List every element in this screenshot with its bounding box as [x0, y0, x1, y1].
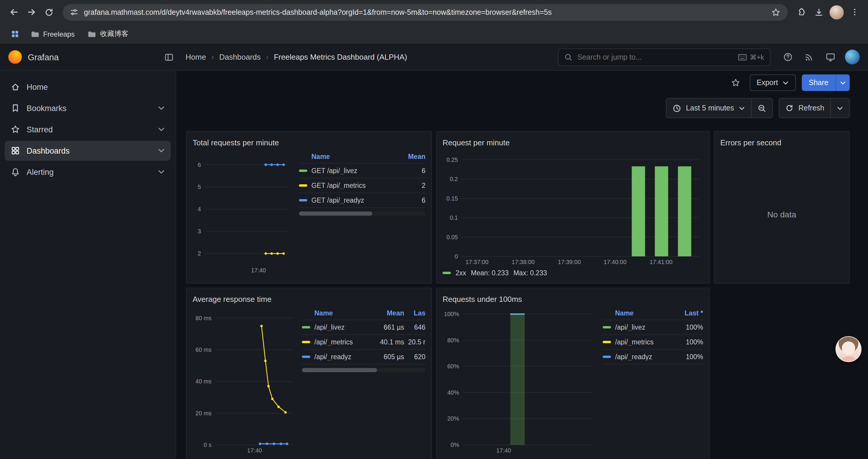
back-button[interactable] — [5, 3, 23, 21]
legend-row[interactable]: /api/_metrics 40.1 ms 20.5 r — [302, 335, 426, 350]
legend-header-name[interactable]: Name — [314, 309, 371, 316]
legend-header: Name Last * — [603, 306, 703, 320]
chevron-down-icon[interactable] — [158, 148, 165, 153]
legend-row[interactable]: /api/_readyz 605 µs 620 — [302, 350, 426, 364]
scrollbar-thumb[interactable] — [302, 368, 377, 372]
panel-row-2: Average response time 0 s20 ms40 ms60 ms… — [186, 288, 850, 459]
extensions-button[interactable] — [793, 3, 810, 21]
legend-scrollbar[interactable] — [299, 211, 426, 216]
bookmark-blog[interactable]: 收藏博客 — [83, 27, 133, 41]
chevron-down-icon[interactable] — [158, 106, 165, 110]
sidebar-item-label: Dashboards — [27, 146, 70, 155]
series-name[interactable]: /api/_livez — [314, 324, 371, 331]
series-name[interactable]: /api/_livez — [615, 324, 677, 331]
total-requests-chart[interactable]: 6543217:40 — [193, 150, 293, 275]
chevron-down-icon[interactable] — [158, 169, 165, 174]
series-color-dash — [299, 199, 307, 201]
share-button[interactable]: Share — [802, 74, 836, 91]
folder-icon — [88, 30, 97, 38]
legend-header-last[interactable]: Las — [404, 309, 426, 316]
series-name[interactable]: GET /api/_livez — [311, 167, 399, 174]
series-name[interactable]: /api/_metrics — [314, 338, 371, 346]
apps-shortcut-button[interactable] — [7, 26, 23, 42]
search-input[interactable] — [577, 53, 733, 61]
series-name[interactable]: /api/_readyz — [314, 353, 371, 360]
refresh-button[interactable]: Refresh — [779, 99, 830, 118]
svg-text:17:40: 17:40 — [247, 447, 262, 454]
page-actions: Export Share — [186, 71, 850, 95]
avg-response-time-chart[interactable]: 0 s20 ms40 ms60 ms80 ms17:40 — [193, 306, 296, 455]
chevron-down-icon[interactable] — [158, 127, 165, 132]
search-box[interactable]: ⌘+k — [558, 48, 771, 66]
panel-header[interactable]: Request per minute — [442, 135, 703, 150]
export-button[interactable]: Export — [749, 74, 796, 91]
browser-profile-button[interactable] — [828, 3, 845, 21]
display-button[interactable] — [821, 48, 839, 66]
news-button[interactable] — [800, 48, 818, 66]
time-range-button[interactable]: Last 5 minutes — [666, 99, 751, 118]
user-avatar[interactable] — [845, 50, 860, 64]
help-button[interactable] — [779, 48, 797, 66]
assistant-avatar[interactable] — [836, 336, 862, 362]
series-color-dash — [302, 356, 310, 358]
sidebar-item-bookmarks[interactable]: Bookmarks — [5, 98, 171, 118]
breadcrumb-home[interactable]: Home — [186, 53, 206, 61]
legend-scrollbar[interactable] — [302, 368, 426, 372]
series-name[interactable]: 2xx — [456, 269, 466, 276]
legend-row[interactable]: /api/_metrics 100% — [603, 335, 703, 350]
rss-icon — [804, 52, 814, 62]
breadcrumb-dashboards[interactable]: Dashboards — [219, 53, 260, 61]
sidebar-item-alerting[interactable]: Alerting — [5, 162, 171, 182]
reload-button[interactable] — [40, 3, 58, 21]
legend-header-mean[interactable]: Mean — [399, 153, 426, 160]
scrollbar-thumb[interactable] — [299, 211, 372, 216]
legend-row[interactable]: /api/_livez 100% — [603, 320, 703, 335]
panel-header[interactable]: Errors per second — [720, 135, 843, 150]
svg-text:100%: 100% — [444, 311, 459, 317]
sidebar-item-home[interactable]: Home — [5, 77, 171, 97]
svg-text:0.2: 0.2 — [450, 176, 458, 182]
series-name[interactable]: GET /api/_readyz — [311, 197, 399, 204]
series-name[interactable]: /api/_readyz — [615, 353, 677, 360]
zoom-out-button[interactable] — [751, 99, 772, 118]
download-button[interactable] — [810, 3, 828, 21]
forward-button[interactable] — [23, 3, 40, 21]
bookmark-star-icon[interactable] — [771, 7, 780, 17]
legend-header-name[interactable]: Name — [311, 153, 399, 160]
refresh-interval-button[interactable] — [830, 99, 849, 118]
legend-row[interactable]: /api/_readyz 100% — [603, 350, 703, 364]
sidebar-item-dashboards[interactable]: Dashboards — [5, 140, 171, 161]
series-last: 100% — [677, 338, 703, 346]
share-menu-button[interactable] — [836, 74, 850, 91]
svg-text:60 ms: 60 ms — [195, 347, 212, 353]
legend-header-name[interactable]: Name — [615, 309, 677, 316]
monitor-icon — [825, 52, 835, 62]
panel-header[interactable]: Total requests per minute — [193, 135, 426, 150]
bookmark-freeleaps[interactable]: Freeleaps — [26, 28, 80, 40]
legend-header-mean[interactable]: Mean — [371, 309, 404, 316]
svg-text:20 ms: 20 ms — [195, 410, 212, 417]
url-bar[interactable]: grafana.mathmast.com/d/deytv4rwavabkb/fr… — [63, 4, 788, 21]
legend-row[interactable]: GET /api/_readyz 6 — [299, 193, 426, 208]
star-icon — [731, 78, 740, 88]
sidebar-toggle-button[interactable] — [161, 49, 177, 65]
sidebar-item-starred[interactable]: Starred — [5, 119, 171, 139]
panel-header[interactable]: Requests under 100ms — [442, 292, 703, 306]
app-body: Home Bookmarks Starred Dashboards Alerti… — [0, 71, 868, 459]
series-mean: 6 — [399, 197, 426, 204]
legend-header-last[interactable]: Last * — [677, 309, 703, 316]
svg-text:6: 6 — [198, 162, 201, 168]
browser-menu-button[interactable] — [845, 3, 863, 21]
panel-requests-under-100ms: Requests under 100ms 0%20%40%60%80%100%1… — [436, 288, 710, 459]
favorite-dashboard-button[interactable] — [727, 74, 744, 91]
series-name[interactable]: GET /api/_metrics — [311, 182, 399, 189]
svg-text:0.15: 0.15 — [446, 195, 458, 202]
panel-header[interactable]: Average response time — [193, 292, 426, 306]
legend-row[interactable]: /api/_livez 661 µs 646 — [302, 320, 426, 335]
legend-row[interactable]: GET /api/_metrics 2 — [299, 178, 426, 193]
request-per-minute-chart[interactable]: 00.050.10.150.20.2517:37:0017:38:0017:39… — [442, 150, 703, 266]
requests-under-100ms-chart[interactable]: 0%20%40%60%80%100%17:40 — [442, 306, 597, 455]
series-name[interactable]: /api/_metrics — [615, 338, 677, 346]
sidebar: Home Bookmarks Starred Dashboards Alerti… — [0, 71, 176, 459]
legend-row[interactable]: GET /api/_livez 6 — [299, 164, 426, 178]
